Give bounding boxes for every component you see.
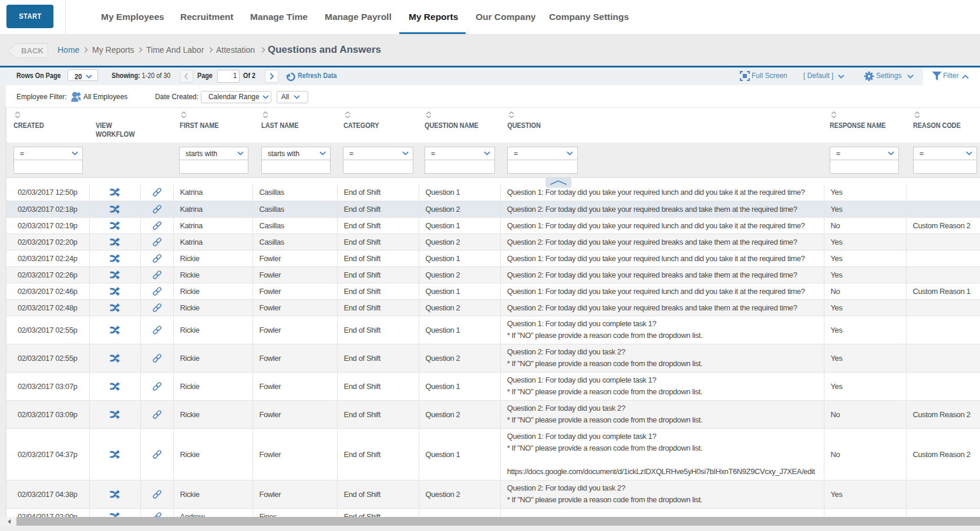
svg-text:BACK: BACK <box>21 47 43 55</box>
